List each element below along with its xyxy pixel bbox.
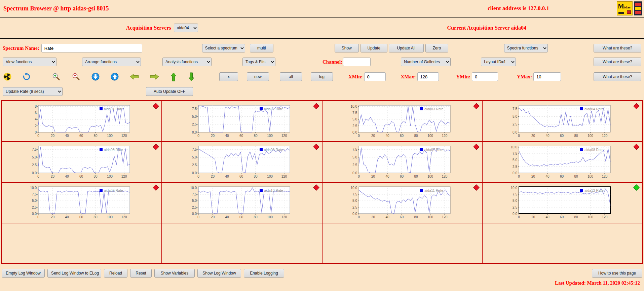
pan-up-icon[interactable]	[170, 72, 177, 81]
svg-text:aida07 Rate: aida07 Rate	[424, 148, 444, 152]
svg-text:60: 60	[560, 215, 564, 219]
spectrum-panel[interactable]: 0.02.55.07.510.0020406080100120aida09 Ra…	[2, 182, 162, 223]
pan-right-icon[interactable]	[150, 73, 159, 80]
spectrum-panel[interactable]: 0.02.55.07.5020406080100120aida05 Rate	[2, 142, 162, 182]
svg-text:80: 80	[254, 134, 258, 138]
svg-text:5.0: 5.0	[513, 158, 517, 162]
select-spectrum-dropdown[interactable]: Select a spectrum	[202, 44, 245, 52]
show-variables-button[interactable]: Show Variables	[154, 269, 195, 278]
acquisition-server-select[interactable]: aida04	[174, 24, 198, 32]
rate-chart: 0.02.55.07.5020406080100120aida05 Rate	[3, 143, 161, 182]
svg-text:6: 6	[35, 111, 37, 115]
svg-text:10.0: 10.0	[510, 186, 517, 190]
show-log-window-button[interactable]: Show Log Window	[197, 269, 241, 278]
help-button-zoom[interactable]: What are these?	[594, 72, 641, 81]
svg-text:2.5: 2.5	[352, 206, 357, 209]
spectrum-panel[interactable]: 0.02.55.07.510.0020406080100120aida11 Ra…	[322, 182, 482, 223]
help-button-spectrum[interactable]: What are these?	[594, 44, 641, 52]
new-button[interactable]: new	[247, 72, 269, 81]
spectrum-bar: Spectrum Name: Select a spectrum multi S…	[0, 42, 644, 54]
svg-text:100: 100	[107, 215, 113, 219]
last-updated-text: Last Updated: March 11, 2020 02:45:12	[0, 280, 640, 286]
svg-text:100: 100	[267, 215, 273, 219]
spectrum-panel[interactable]: 0.02.55.07.510.0020406080100120aida12 Ra…	[482, 182, 642, 223]
spectra-functions-dropdown[interactable]: Spectra functions	[504, 44, 548, 52]
send-log-to-elog-button[interactable]: Send Log Window to ELog	[47, 269, 101, 278]
arrange-functions-dropdown[interactable]: Arrange functions	[82, 58, 141, 66]
channel-label: Channel:	[323, 59, 342, 65]
spectrum-panel[interactable]: 02468020406080100120aida01 Rate	[2, 101, 162, 142]
svg-text:2.5: 2.5	[192, 122, 197, 126]
xmax-input[interactable]	[417, 72, 439, 81]
show-button[interactable]: Show	[335, 44, 359, 52]
svg-text:0: 0	[35, 131, 37, 134]
spectrum-panel[interactable]: 0.02.55.07.510.0020406080100120aida03 Ra…	[322, 101, 482, 142]
svg-text:aida04 Rate: aida04 Rate	[584, 107, 604, 111]
help-button-functions[interactable]: What are these?	[594, 58, 641, 66]
svg-text:10.0: 10.0	[350, 105, 357, 108]
spectrum-panel[interactable]: 0.02.55.07.5020406080100120aida06 Rate	[162, 142, 322, 182]
svg-text:60: 60	[560, 134, 564, 138]
empty-log-window-button[interactable]: Empty Log Window	[2, 269, 45, 278]
spectrum-panel[interactable]: 0.02.55.07.5020406080100120aida07 Rate	[322, 142, 482, 182]
rate-chart: 0.02.55.07.510.0020406080100120aida08 Ra…	[483, 143, 641, 182]
channel-input[interactable]	[343, 58, 371, 66]
svg-text:100: 100	[267, 134, 273, 138]
pan-left-icon[interactable]	[130, 73, 139, 80]
update-rate-dropdown[interactable]: Update Rate (8 secs)	[3, 87, 63, 96]
pan-down-icon[interactable]	[188, 72, 195, 81]
svg-text:7.5: 7.5	[192, 192, 197, 196]
how-to-use-button[interactable]: How to use this page	[592, 269, 642, 278]
radiation-icon[interactable]	[3, 73, 11, 81]
svg-text:100: 100	[107, 134, 113, 138]
refresh-icon[interactable]	[23, 73, 31, 81]
spectrum-panel[interactable]: 0.02.55.07.510.0020406080100120aida10 Ra…	[162, 182, 322, 223]
x-button[interactable]: x	[219, 72, 238, 81]
layout-id-dropdown[interactable]: Layout ID=1	[481, 58, 516, 66]
reset-button[interactable]: Reset	[130, 269, 152, 278]
spectrum-panel[interactable]: 0.02.55.07.5020406080100120aida02 Rate	[162, 101, 322, 142]
svg-text:7.5: 7.5	[513, 192, 517, 196]
svg-text:120: 120	[442, 175, 447, 178]
svg-text:80: 80	[414, 215, 418, 219]
svg-text:10.0: 10.0	[30, 186, 37, 190]
svg-text:5.0: 5.0	[32, 155, 37, 159]
enable-logging-button[interactable]: Enable Logging	[244, 269, 284, 278]
svg-text:2: 2	[35, 124, 37, 128]
scale-up-icon[interactable]	[111, 73, 119, 81]
svg-text:7.5: 7.5	[352, 192, 357, 196]
xmin-input[interactable]	[364, 72, 386, 81]
svg-text:120: 120	[281, 134, 287, 138]
auto-update-button[interactable]: Auto Update OFF	[146, 87, 193, 96]
all-button[interactable]: all	[280, 72, 302, 81]
multi-button[interactable]: multi	[250, 44, 273, 52]
spectrum-panel[interactable]: 0.02.55.07.510.0020406080100120aida08 Ra…	[482, 142, 642, 182]
update-button[interactable]: Update	[361, 44, 387, 52]
svg-text:0.0: 0.0	[192, 171, 197, 175]
update-all-button[interactable]: Update All	[389, 44, 424, 52]
svg-text:0: 0	[518, 175, 520, 178]
number-of-galleries-dropdown[interactable]: Number of Galleries	[401, 58, 451, 66]
svg-text:0: 0	[358, 215, 360, 219]
ymax-label: YMax:	[517, 74, 532, 80]
scale-down-icon[interactable]	[91, 73, 100, 81]
zoom-in-icon[interactable]	[52, 72, 61, 81]
view-functions-dropdown[interactable]: View functions	[3, 58, 56, 66]
svg-text:0.0: 0.0	[352, 171, 357, 175]
svg-text:60: 60	[560, 175, 564, 178]
ymin-input[interactable]	[472, 72, 498, 81]
page-title: Spectrum Browser @ http aidas-gsi 8015	[3, 5, 109, 12]
ymax-input[interactable]	[533, 72, 561, 81]
rate-chart: 0.02.55.07.5020406080100120aida02 Rate	[163, 102, 321, 142]
log-button[interactable]: log	[311, 72, 333, 81]
spectrum-panel[interactable]: 0.02.55.07.5020406080100120aida04 Rate	[482, 101, 642, 142]
client-address: client address is 127.0.0.1	[488, 5, 549, 12]
reload-button[interactable]: Reload	[104, 269, 127, 278]
zoom-out-icon[interactable]	[72, 72, 80, 81]
svg-text:2.5: 2.5	[192, 163, 197, 167]
analysis-functions-dropdown[interactable]: Analysis functions	[162, 58, 212, 66]
spectrum-name-input[interactable]	[41, 44, 142, 52]
tags-fits-dropdown[interactable]: Tags & Fits	[242, 58, 275, 66]
zero-button[interactable]: Zero	[425, 44, 448, 52]
svg-text:20: 20	[371, 175, 375, 178]
